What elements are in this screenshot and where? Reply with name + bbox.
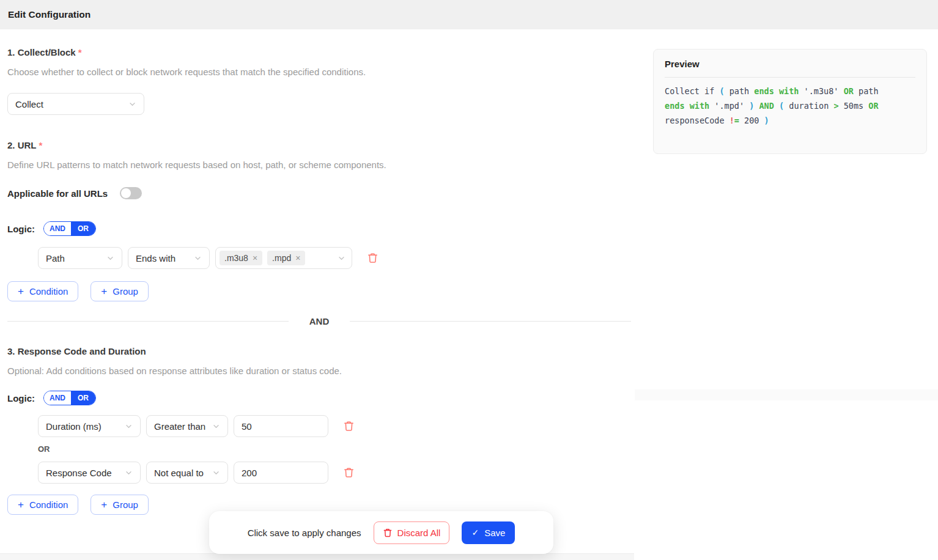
chevron-down-icon bbox=[125, 469, 133, 477]
duration-field-select[interactable]: Duration (ms) bbox=[38, 415, 141, 437]
code-token: ) bbox=[749, 101, 759, 111]
code-token: duration bbox=[789, 101, 833, 111]
section-url-title: 2. URL* bbox=[7, 139, 636, 152]
code-token: path bbox=[854, 86, 879, 96]
add-group-button[interactable]: +Group bbox=[90, 495, 149, 515]
response-operator-select[interactable]: Not equal to bbox=[146, 462, 228, 484]
preview-title: Preview bbox=[665, 59, 915, 69]
url-operator-select[interactable]: Ends with bbox=[128, 247, 210, 269]
logic-or-option[interactable]: OR bbox=[71, 222, 95, 235]
check-icon: ✓ bbox=[471, 528, 479, 537]
add-condition-button[interactable]: +Condition bbox=[7, 495, 78, 515]
section-collect-block-description: Choose whether to collect or block netwo… bbox=[7, 66, 636, 78]
section-url-description: Define URL patterns to match network req… bbox=[7, 159, 636, 171]
logic-or-option[interactable]: OR bbox=[71, 391, 95, 405]
section-response-title: 3. Response Code and Duration bbox=[7, 345, 636, 358]
response-value-input[interactable] bbox=[234, 462, 328, 484]
logic-label: Logic: bbox=[7, 393, 35, 403]
response-logic-row: Logic: AND OR bbox=[7, 391, 636, 405]
header-bar: Edit Configuration bbox=[0, 0, 938, 29]
add-group-label: Group bbox=[113, 286, 138, 297]
delete-condition-button[interactable] bbox=[343, 466, 355, 479]
delete-condition-button[interactable] bbox=[367, 252, 379, 264]
add-condition-button[interactable]: +Condition bbox=[7, 281, 78, 301]
trash-icon bbox=[343, 420, 355, 432]
chevron-down-icon bbox=[194, 254, 202, 262]
all-urls-label: Applicable for all URLs bbox=[7, 188, 108, 199]
preview-divider bbox=[665, 77, 915, 78]
preview-code-line: Collect if ( path ends with '.m3u8' OR p… bbox=[665, 84, 915, 98]
trash-icon bbox=[343, 466, 355, 479]
url-value-tag: .m3u8× bbox=[220, 251, 262, 265]
section-title-text: 3. Response Code and Duration bbox=[7, 346, 146, 356]
url-logic-toggle: AND OR bbox=[43, 221, 96, 236]
logic-label: Logic: bbox=[7, 224, 35, 234]
code-token: Collect if bbox=[665, 86, 719, 96]
code-token: path bbox=[729, 86, 755, 96]
section-response-description: Optional: Add conditions based on respon… bbox=[7, 365, 636, 377]
save-hint-message: Click save to apply changes bbox=[248, 528, 361, 538]
code-token: '.mpd' bbox=[709, 101, 749, 111]
logic-and-option[interactable]: AND bbox=[44, 391, 71, 405]
chevron-down-icon bbox=[128, 100, 136, 108]
plus-icon: + bbox=[101, 499, 107, 510]
response-field-select-value: Response Code bbox=[46, 468, 112, 478]
add-condition-label: Condition bbox=[29, 499, 68, 510]
collect-block-select[interactable]: Collect bbox=[7, 93, 144, 115]
duration-value-input[interactable] bbox=[234, 415, 328, 437]
page-title: Edit Configuration bbox=[8, 9, 90, 20]
plus-icon: + bbox=[18, 499, 24, 510]
code-token: ( bbox=[719, 86, 729, 96]
all-urls-row: Applicable for all URLs bbox=[7, 186, 636, 201]
collect-block-select-value: Collect bbox=[15, 99, 43, 109]
remove-tag-icon[interactable]: × bbox=[295, 254, 300, 262]
preview-code: Collect if ( path ends with '.m3u8' OR p… bbox=[665, 84, 915, 128]
code-token: responseCode bbox=[665, 116, 729, 125]
right-panel-track bbox=[635, 389, 938, 400]
code-token: ends with bbox=[754, 86, 799, 96]
duration-operator-select-value: Greater than bbox=[154, 421, 205, 432]
and-divider: AND bbox=[7, 315, 631, 327]
tag-label: .m3u8 bbox=[224, 253, 248, 263]
section-title-text: 1. Collect/Block bbox=[7, 47, 76, 57]
url-values-multiselect[interactable]: .m3u8× .mpd× bbox=[215, 247, 352, 269]
save-label: Save bbox=[484, 528, 505, 538]
url-add-buttons: +Condition +Group bbox=[7, 281, 636, 301]
plus-icon: + bbox=[18, 286, 24, 297]
response-operator-select-value: Not equal to bbox=[154, 468, 204, 478]
duration-field-select-value: Duration (ms) bbox=[46, 421, 102, 432]
discard-all-label: Discard All bbox=[397, 528, 441, 538]
code-token: AND bbox=[759, 101, 774, 111]
remove-tag-icon[interactable]: × bbox=[253, 254, 257, 262]
toggle-knob bbox=[121, 188, 131, 198]
code-token: ends with bbox=[665, 101, 709, 111]
trash-icon bbox=[367, 252, 379, 264]
response-code-condition-row: Response Code Not equal to bbox=[38, 462, 636, 484]
section-title-text: 2. URL bbox=[7, 140, 37, 150]
url-value-tag: .mpd× bbox=[267, 251, 305, 265]
code-token: ) bbox=[764, 116, 769, 125]
horizontal-scroll-track bbox=[0, 553, 634, 560]
add-group-label: Group bbox=[113, 499, 138, 510]
chevron-down-icon bbox=[125, 422, 133, 430]
discard-all-button[interactable]: Discard All bbox=[374, 521, 450, 544]
url-condition-row: Path Ends with .m3u8× .mpd× bbox=[38, 247, 636, 269]
add-group-button[interactable]: +Group bbox=[90, 281, 149, 301]
section-collect-block-title: 1. Collect/Block* bbox=[7, 46, 636, 59]
response-field-select[interactable]: Response Code bbox=[38, 462, 141, 484]
code-token: '.m3u8' bbox=[799, 86, 843, 96]
tag-label: .mpd bbox=[272, 253, 291, 263]
url-operator-select-value: Ends with bbox=[136, 253, 175, 263]
preview-panel: Preview Collect if ( path ends with '.m3… bbox=[653, 49, 927, 154]
or-separator-label: OR bbox=[38, 444, 636, 454]
trash-icon bbox=[383, 528, 393, 538]
delete-condition-button[interactable] bbox=[343, 420, 355, 432]
save-button[interactable]: ✓ Save bbox=[462, 521, 515, 544]
duration-operator-select[interactable]: Greater than bbox=[146, 415, 228, 437]
url-field-select[interactable]: Path bbox=[38, 247, 122, 269]
duration-condition-row: Duration (ms) Greater than bbox=[38, 415, 636, 437]
preview-code-line: responseCode != 200 ) bbox=[665, 113, 915, 128]
all-urls-toggle[interactable] bbox=[120, 187, 142, 199]
logic-and-option[interactable]: AND bbox=[44, 222, 71, 235]
divider-line bbox=[7, 321, 289, 322]
